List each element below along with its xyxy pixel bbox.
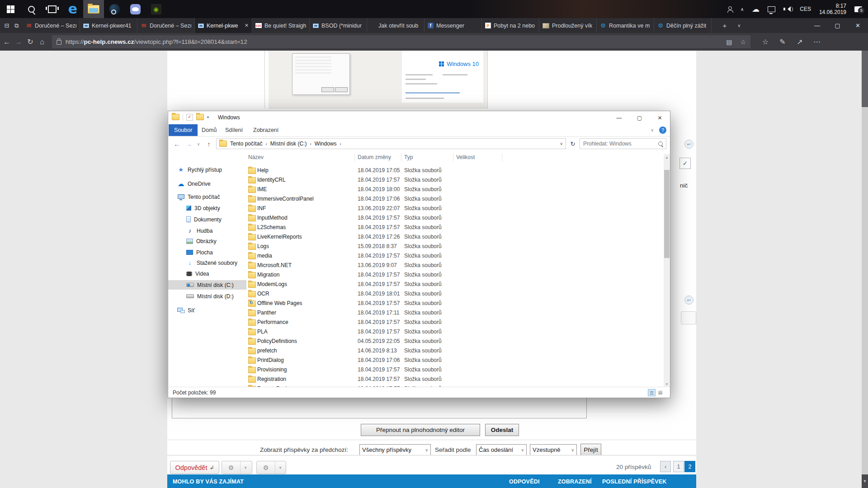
address-field[interactable]: https://pc-help.cnews.cz/viewtopic.php?f…	[52, 35, 750, 48]
tab-close-icon[interactable]: ✕	[245, 23, 249, 28]
minimize-button[interactable]: —	[609, 111, 629, 124]
browser-tab[interactable]: Kernel-pkwe✕	[195, 18, 252, 33]
file-row[interactable]: IdentityCRL18.04.2019 17:57Složka soubor…	[246, 175, 664, 185]
scrollbar-thumb[interactable]	[862, 51, 868, 107]
new-tab-button[interactable]: +	[718, 18, 731, 33]
quick-reply-editor[interactable]	[172, 397, 587, 418]
browser-tab[interactable]: Prodloužený vík	[539, 18, 597, 33]
chevron-down-icon[interactable]: ▾	[240, 461, 250, 474]
network-icon[interactable]	[764, 0, 779, 18]
task-view-icon[interactable]	[42, 0, 62, 18]
customize-toolbar-icon[interactable]: ▾	[207, 115, 209, 119]
post-link-button[interactable]: ↩	[684, 140, 693, 149]
sidebar-item-dokumenty[interactable]: Dokumenty	[168, 215, 246, 224]
edge-icon[interactable]: e	[62, 0, 83, 18]
back-button[interactable]: ←	[171, 136, 183, 151]
go-button[interactable]: Přejít	[580, 444, 601, 455]
details-view-button[interactable]: ☰	[648, 389, 656, 396]
column-header-size[interactable]: Velikost	[456, 154, 475, 160]
sidebar-item-m-stn-disk-d-[interactable]: Místní disk (D:)	[168, 291, 246, 301]
tab-domu[interactable]: Domů	[196, 124, 222, 136]
help-icon[interactable]: ?	[659, 127, 666, 134]
file-row[interactable]: Panther18.04.2019 17:11Složka souborů	[246, 308, 664, 318]
file-row[interactable]: Migration18.04.2019 17:57Složka souborů	[246, 270, 664, 280]
browser-refresh-icon[interactable]: ↻	[24, 33, 36, 51]
file-row[interactable]: L2Schemas18.04.2019 17:57Složka souborů	[246, 223, 664, 232]
hub-favorites-icon[interactable]: ☆	[759, 33, 772, 51]
scroll-down-arrow[interactable]: ▼	[862, 474, 868, 488]
file-list-scrollbar[interactable]: ▲ ▼	[664, 154, 670, 387]
file-row[interactable]: Registration18.04.2019 17:57Složka soubo…	[246, 375, 664, 384]
share-icon[interactable]: ↗	[793, 33, 807, 51]
browser-tab[interactable]: fMessenger	[425, 18, 482, 33]
file-row[interactable]: Offline Web Pages18.04.2019 17:57Složka …	[246, 299, 664, 308]
scrollbar-thumb[interactable]	[664, 170, 670, 258]
sidebar-item-sta-en-soubory[interactable]: Stažené soubory	[168, 258, 246, 267]
more-options-icon[interactable]: ⋯	[810, 33, 824, 51]
nvidia-icon[interactable]: ◉	[146, 0, 166, 18]
file-row[interactable]: media18.04.2019 17:57Složka souborů	[246, 251, 664, 261]
file-row[interactable]: ModemLogs18.04.2019 17:57Složka souborů	[246, 280, 664, 289]
file-row[interactable]: ImmersiveControlPanel18.04.2019 17:06Slo…	[246, 194, 664, 204]
up-button[interactable]: ↑	[203, 136, 214, 151]
reading-view-icon[interactable]: ▤	[726, 38, 732, 46]
start-icon[interactable]	[0, 0, 21, 18]
onedrive-icon[interactable]: ☁	[748, 0, 764, 18]
web-note-icon[interactable]: ✎	[776, 33, 789, 51]
topic-tools-button[interactable]: ⚙ ▾	[222, 461, 252, 474]
sort-order-select[interactable]: Vzestupně∨	[530, 444, 577, 455]
sidebar-item-videa[interactable]: Videa	[168, 269, 246, 278]
browser-tab[interactable]: Doručené – Sezn	[23, 18, 80, 33]
discord-icon[interactable]	[125, 0, 146, 18]
maximize-button[interactable]: ▢	[629, 111, 650, 124]
file-row[interactable]: Logs15.09.2018 8:37Složka souborů	[246, 242, 664, 251]
browser-restore-button[interactable]: ▢	[827, 18, 848, 33]
tray-overflow-chevron-icon[interactable]: ∧	[736, 0, 748, 18]
browser-tab[interactable]: Děčín plný zážit	[654, 18, 712, 33]
switch-editor-button[interactable]: Přepnout na plnohodnotný editor	[361, 424, 480, 436]
tab-zobrazeni[interactable]: Zobrazení	[248, 124, 284, 136]
browser-minimize-button[interactable]: —	[807, 18, 827, 33]
forward-button[interactable]: →	[184, 136, 194, 151]
sort-field-select[interactable]: Čas odeslání∨	[476, 444, 527, 455]
sidebar-item-rychl-p-stup[interactable]: Rychlý přístup	[168, 165, 246, 174]
search-input[interactable]: Prohledat: Windows	[580, 138, 666, 149]
browser-close-button[interactable]: ✕	[848, 18, 868, 33]
file-row[interactable]: Microsoft.NET13.06.2019 9:07Složka soubo…	[246, 261, 664, 270]
sidebar-item-obr-zky[interactable]: Obrázky	[168, 236, 246, 246]
search-icon[interactable]	[21, 0, 42, 18]
sidebar-item-m-stn-disk-c-[interactable]: Místní disk (C:)	[168, 280, 246, 290]
file-row[interactable]: PolicyDefinitions04.05.2019 22:05Složka …	[246, 337, 664, 346]
browser-tab[interactable]: Be quiet! Straigh	[252, 18, 310, 33]
pagination-page-1[interactable]: 1	[673, 461, 684, 472]
steam-icon[interactable]	[104, 0, 125, 18]
file-row[interactable]: IME18.04.2019 18:00Složka souborů	[246, 185, 664, 194]
refresh-icon[interactable]: ↻	[568, 138, 578, 149]
file-row[interactable]: LiveKernelReports18.04.2019 17:26Složka …	[246, 232, 664, 242]
tab-sdileni[interactable]: Sdílení	[220, 124, 248, 136]
posts-filter-select[interactable]: Všechny příspěvky∨	[359, 444, 431, 455]
column-header-type[interactable]: Typ	[404, 154, 413, 160]
file-row[interactable]: prefetch14.06.2019 8:13Složka souborů	[246, 346, 664, 356]
pagination-prev[interactable]: ‹	[660, 461, 671, 472]
file-row[interactable]: Performance18.04.2019 17:57Složka soubor…	[246, 318, 664, 327]
tab-list-chevron-icon[interactable]: ∨	[733, 18, 745, 33]
browser-tab[interactable]: Kernel-pkwer41	[80, 18, 137, 33]
quick-access-check-icon[interactable]: ✓	[186, 114, 193, 121]
people-icon[interactable]	[723, 0, 736, 18]
language-indicator[interactable]: CES	[796, 0, 815, 18]
scroll-down-arrow[interactable]: ▼	[664, 381, 670, 387]
new-folder-icon[interactable]	[196, 114, 204, 120]
file-row[interactable]: Provisioning18.04.2019 17:57Složka soubo…	[246, 365, 664, 375]
column-header-date[interactable]: Datum změny	[358, 154, 391, 160]
browser-tab[interactable]: Pobyt na 2 nebo	[482, 18, 539, 33]
thumbnails-view-button[interactable]: ▤	[656, 388, 665, 396]
sidebar-item-tento-po-ta-[interactable]: Tento počítač	[168, 192, 246, 202]
sidebar-item-s-[interactable]: Síť	[168, 305, 246, 315]
file-row[interactable]: INF13.06.2019 22:07Složka souborů	[246, 204, 664, 213]
page-scrollbar[interactable]: ▼	[862, 51, 868, 488]
post-link-button[interactable]: ↩	[684, 296, 693, 305]
volume-icon[interactable]	[779, 0, 796, 18]
browser-tab[interactable]: Romantika ve m	[597, 18, 654, 33]
file-row[interactable]: Help18.04.2019 17:05Složka souborů	[246, 166, 664, 175]
